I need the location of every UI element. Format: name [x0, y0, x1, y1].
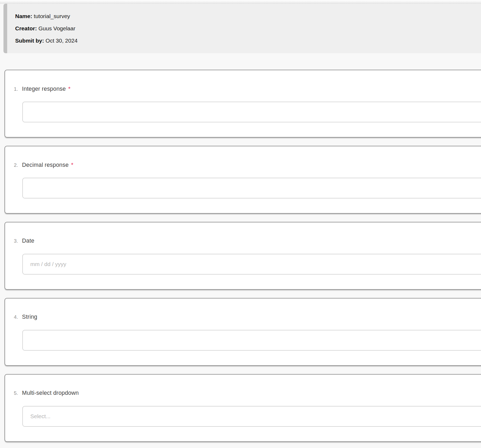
page-top-edge: [0, 0, 481, 4]
question-label: Decimal response: [22, 162, 69, 168]
question-input-3[interactable]: [22, 254, 481, 275]
header-accent-bar: [3, 4, 7, 53]
question-label-row: 5. Multi-select dropdown: [14, 390, 79, 396]
survey-metadata-header: Name: tutorial_survey Creator: Guus Voge…: [3, 4, 481, 53]
header-field-name-value: tutorial_survey: [34, 13, 70, 19]
question-number: 5.: [14, 390, 18, 396]
question-label: Date: [22, 238, 34, 244]
header-field-creator: Creator: Guus Vogelaar: [15, 22, 481, 35]
header-field-name: Name: tutorial_survey: [15, 10, 481, 22]
question-input-5[interactable]: [22, 406, 481, 427]
header-field-submit-by-value: Oct 30, 2024: [45, 38, 77, 44]
header-field-submit-by-label: Submit by:: [15, 38, 44, 44]
question-number: 3.: [14, 238, 18, 244]
question-card-3: 3. Date: [5, 222, 481, 290]
question-label-row: 1. Integer response *: [14, 85, 70, 92]
question-label-row: 2. Decimal response *: [14, 161, 73, 168]
required-asterisk: *: [71, 161, 73, 168]
question-number: 4.: [14, 314, 18, 320]
question-input-2[interactable]: [22, 178, 481, 198]
header-field-creator-value: Guus Vogelaar: [39, 25, 76, 31]
question-label-row: 4. String: [14, 314, 37, 320]
question-number: 2.: [14, 162, 18, 168]
question-label-row: 3. Date: [14, 238, 34, 244]
question-list: 1. Integer response * 2. Decimal respons…: [0, 70, 481, 442]
header-field-submit-by: Submit by: Oct 30, 2024: [15, 35, 481, 47]
header-field-creator-label: Creator:: [15, 25, 37, 31]
question-label: Multi-select dropdown: [22, 390, 79, 396]
question-card-5: 5. Multi-select dropdown: [5, 374, 481, 442]
question-card-2: 2. Decimal response *: [5, 146, 481, 214]
question-input-1[interactable]: [22, 102, 481, 122]
required-asterisk: *: [68, 85, 70, 92]
question-card-4: 4. String: [5, 298, 481, 366]
question-input-4[interactable]: [22, 330, 481, 351]
question-label: Integer response: [22, 86, 66, 92]
header-content: Name: tutorial_survey Creator: Guus Voge…: [7, 4, 481, 53]
question-label: String: [22, 314, 37, 320]
question-card-1: 1. Integer response *: [5, 70, 481, 138]
question-number: 1.: [14, 86, 18, 92]
header-field-name-label: Name:: [15, 13, 32, 19]
